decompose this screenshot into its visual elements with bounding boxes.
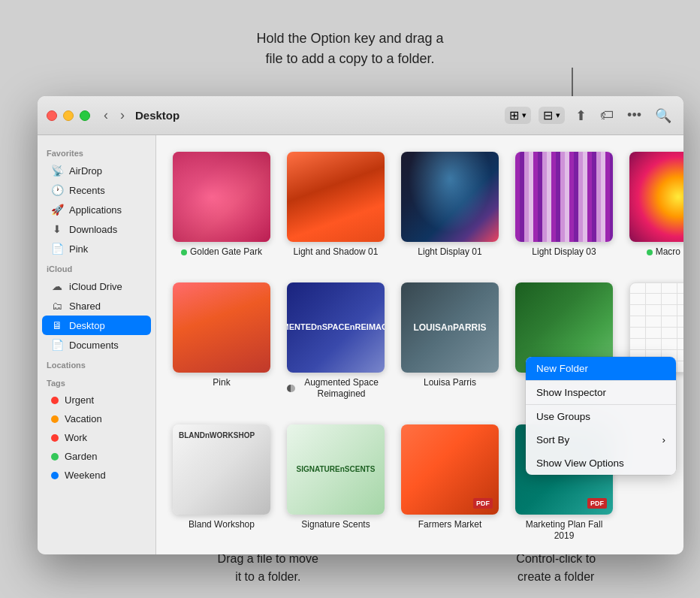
view-toggle[interactable]: ⊞ ▾ — [505, 107, 531, 124]
sidebar-item-label: Work — [65, 432, 87, 443]
sidebar-item-weekend[interactable]: Weekend — [42, 466, 151, 485]
tag-icon[interactable]: 🏷 — [597, 104, 617, 126]
file-item-macro-flower[interactable]: Macro Flower — [625, 147, 683, 263]
sidebar-item-label: Applications — [69, 204, 122, 216]
desktop-icon: 🖥 — [51, 319, 63, 331]
sidebar-item-recents[interactable]: 🕐 Recents — [42, 180, 151, 200]
macro-flower-label: Macro Flower — [647, 246, 683, 258]
light-shadow-thumb — [287, 152, 385, 242]
augmented-thumb — [287, 282, 385, 373]
signature-label: Signature Scents — [301, 519, 370, 531]
sidebar-item-vacation[interactable]: Vacation — [42, 409, 151, 428]
sidebar-item-label: Weekend — [65, 470, 106, 481]
sidebar-item-applications[interactable]: 🚀 Applications — [42, 200, 151, 219]
sidebar-item-shared[interactable]: 🗂 Shared — [42, 296, 151, 316]
file-item-signature[interactable]: Signature Scents — [282, 420, 389, 547]
group-view-toggle[interactable]: ⊟ ▾ — [539, 107, 565, 124]
more-icon[interactable]: ••• — [624, 104, 644, 126]
light-display03-thumb — [515, 152, 613, 242]
light-display03-label: Light Display 03 — [532, 246, 596, 258]
context-menu-show-inspector[interactable]: Show Inspector — [526, 381, 676, 404]
sidebar-item-urgent[interactable]: Urgent — [42, 391, 151, 409]
garden-dot — [51, 453, 59, 461]
sidebar: Favorites 📡 AirDrop 🕐 Recents 🚀 Applicat… — [38, 135, 156, 554]
file-item-louisa[interactable]: Louisa Parris — [397, 278, 503, 405]
sidebar-item-label: Downloads — [69, 224, 117, 235]
farmers-thumb — [401, 424, 499, 515]
sidebar-item-label: Recents — [69, 185, 105, 196]
context-menu-view-options[interactable]: Show View Options — [526, 452, 676, 475]
louisa-label: Louisa Parris — [424, 377, 476, 389]
online-dot — [181, 249, 187, 255]
shared-icon: 🗂 — [51, 300, 63, 312]
file-item-bland[interactable]: Bland Workshop — [168, 420, 275, 547]
urgent-dot — [51, 397, 59, 404]
group-chevron: ▾ — [556, 110, 560, 120]
sidebar-item-label: Documents — [69, 340, 119, 351]
share-icon[interactable]: ⬆ — [572, 104, 590, 127]
sidebar-item-work[interactable]: Work — [42, 428, 151, 447]
titlebar: ‹ › Desktop ⊞ ▾ ⊟ ▾ ⬆ 🏷 ••• 🔍 — [38, 96, 683, 135]
bland-label: Bland Workshop — [189, 519, 255, 531]
main-area: Favorites 📡 AirDrop 🕐 Recents 🚀 Applicat… — [38, 135, 683, 554]
golden-gate-thumb — [173, 152, 270, 242]
pink-label: Pink — [213, 377, 230, 389]
back-button[interactable]: ‹ — [99, 106, 113, 125]
file-item-light-display01[interactable]: Light Display 01 — [397, 147, 503, 263]
file-item-augmented[interactable]: Augmented Space Reimagined — [282, 278, 389, 405]
vacation-dot — [51, 415, 59, 423]
sort-by-label: Sort By — [536, 434, 569, 445]
online-dot2 — [647, 249, 653, 255]
maximize-button[interactable] — [80, 110, 90, 121]
sidebar-item-documents[interactable]: 📄 Documents — [42, 335, 151, 355]
sidebar-item-label: Desktop — [69, 320, 105, 331]
louisa-thumb — [401, 282, 499, 373]
context-menu-new-folder[interactable]: New Folder — [526, 357, 676, 380]
file-item-pink[interactable]: Pink — [168, 278, 275, 405]
sidebar-item-icloud-drive[interactable]: ☁ iCloud Drive — [42, 276, 151, 296]
file-item-golden-gate[interactable]: Golden Gate Park — [168, 147, 275, 263]
traffic-lights — [47, 110, 90, 121]
close-button[interactable] — [47, 110, 57, 121]
context-menu: New Folder Show Inspector Use Groups Sor… — [526, 357, 676, 475]
signature-thumb — [287, 424, 385, 515]
context-menu-sort-by[interactable]: Sort By › — [526, 428, 676, 452]
icloud-label: iCloud — [38, 258, 155, 276]
forward-button[interactable]: › — [116, 106, 129, 125]
file-item-light-display03[interactable]: Light Display 03 — [511, 147, 617, 263]
show-inspector-label: Show Inspector — [536, 387, 606, 398]
airdrop-icon: 📡 — [51, 165, 63, 177]
marketing-label: Marketing Plan Fall 2019 — [515, 519, 613, 542]
pink-thumb — [173, 282, 270, 373]
sort-by-arrow: › — [662, 434, 666, 445]
sidebar-item-pink[interactable]: 📄 Pink — [42, 239, 151, 258]
sidebar-item-label: Urgent — [65, 394, 94, 406]
sidebar-item-desktop[interactable]: 🖥 Desktop — [42, 316, 151, 335]
sidebar-item-label: iCloud Drive — [69, 281, 122, 292]
macro-flower-thumb — [629, 152, 683, 242]
sidebar-item-airdrop[interactable]: 📡 AirDrop — [42, 161, 151, 180]
sidebar-item-garden[interactable]: Garden — [42, 447, 151, 466]
group-icon: ⊟ — [543, 108, 553, 122]
toolbar-actions: ⊞ ▾ ⊟ ▾ ⬆ 🏷 ••• 🔍 — [505, 104, 674, 127]
nav-buttons: ‹ › — [99, 106, 129, 125]
view-chevron: ▾ — [522, 110, 527, 120]
pink-icon: 📄 — [51, 243, 63, 255]
search-icon[interactable]: 🔍 — [652, 104, 674, 127]
favorites-label: Favorites — [38, 143, 155, 161]
context-menu-use-groups[interactable]: Use Groups — [526, 405, 676, 428]
sidebar-item-downloads[interactable]: ⬇ Downloads — [42, 219, 151, 239]
augmented-label: Augmented Space Reimagined — [287, 377, 385, 400]
file-grid: Golden Gate Park Light and Shadow 01 Lig… — [168, 147, 671, 547]
file-item-farmers[interactable]: Farmers Market — [397, 420, 503, 547]
sidebar-item-label: Shared — [69, 301, 101, 312]
golden-gate-label: Golden Gate Park — [181, 246, 262, 258]
file-item-light-shadow[interactable]: Light and Shadow 01 — [282, 147, 389, 263]
sidebar-item-label: AirDrop — [69, 165, 102, 177]
light-shadow-label: Light and Shadow 01 — [294, 246, 379, 258]
sync-icon — [287, 385, 295, 392]
light-display01-thumb — [401, 152, 499, 242]
minimize-button[interactable] — [63, 110, 74, 121]
finder-window: ‹ › Desktop ⊞ ▾ ⊟ ▾ ⬆ 🏷 ••• 🔍 Favorites … — [38, 96, 683, 554]
sidebar-item-label: Pink — [69, 243, 88, 255]
